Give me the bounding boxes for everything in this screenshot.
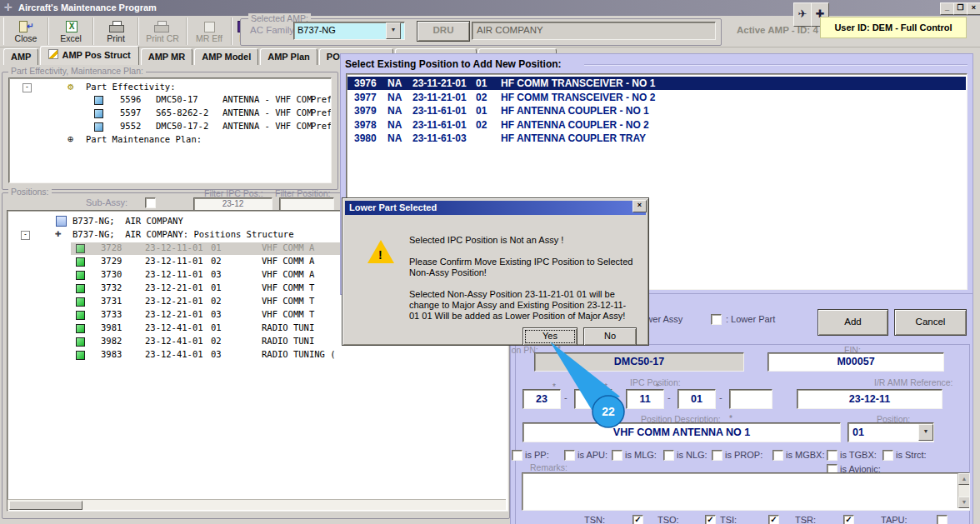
dialog-line-1: Selected IPC Position is Not an Assy !	[409, 235, 636, 246]
is-tgbx-checkbox[interactable]	[827, 450, 838, 461]
is-prop-label: is PROP:	[725, 450, 762, 460]
remarks-scrollbar[interactable]: ▲ ▼	[958, 473, 969, 508]
scroll-down-icon[interactable]: ▼	[958, 497, 970, 508]
check-mark: ✓	[707, 515, 713, 524]
lower-part-checkbox[interactable]	[711, 314, 722, 325]
position-cube-icon	[76, 337, 85, 347]
amm-reference-field[interactable]: 23-12-11	[797, 389, 942, 409]
tso-checkbox[interactable]: ✓	[705, 515, 716, 524]
remarks-textarea[interactable]: ▲ ▼	[522, 472, 970, 511]
add-button[interactable]: Add	[818, 309, 888, 336]
filter-position-input[interactable]	[279, 197, 334, 211]
is-pp-checkbox[interactable]	[512, 450, 522, 461]
ac-family-dropdown-icon[interactable]: ▼	[386, 22, 401, 39]
company-field[interactable]: AIR COMPANY	[472, 22, 716, 40]
dialog-line-3: Selected Non-Assy Position 23-11-21-01 0…	[409, 289, 636, 322]
fin-field[interactable]: M00057	[768, 352, 944, 372]
header-rule	[584, 64, 968, 65]
position-description-field[interactable]: VHF COMM ANTENNA NO 1	[522, 422, 841, 442]
is-mgbx-checkbox[interactable]	[772, 450, 783, 461]
close-button[interactable]: ↵ Close	[3, 17, 48, 45]
window-title: Aircraft's Maintenance Program	[18, 2, 157, 12]
no-button[interactable]: No	[583, 327, 637, 346]
tab-amp-pos-struct[interactable]: AMP Pos Struct	[40, 46, 138, 65]
filter-ipc-input[interactable]: 23-12	[193, 197, 272, 211]
is-strct-checkbox[interactable]	[882, 450, 893, 461]
dialog-line-2: Please Confirm Move Existing IPC Positio…	[409, 257, 636, 278]
list-item[interactable]: 3980 NA 23-11-61-03 HF ANTENNA COUPLER T…	[348, 132, 966, 145]
part-cube-icon	[94, 109, 103, 118]
tsi-checkbox[interactable]: ✓	[768, 515, 779, 524]
tsn-checkbox[interactable]: ✓	[632, 515, 643, 524]
print-cr-button[interactable]: Print CR	[138, 17, 187, 45]
list-item[interactable]: 3978 NA 23-11-61-01 02 HF ANTENNA COUPLE…	[348, 118, 966, 132]
yes-button[interactable]: Yes	[522, 327, 578, 346]
sub-assy-checkbox[interactable]	[145, 197, 156, 208]
dialog-title-bar[interactable]: Lower Part Selected	[345, 201, 646, 215]
tab-amp-mr[interactable]: AMP MR	[141, 48, 192, 65]
aircraft-icon: ✈	[798, 7, 808, 20]
check-mark: ✓	[770, 515, 777, 524]
minimize-button[interactable]: _	[940, 2, 954, 15]
tsr-label: TSR:	[795, 515, 816, 524]
tab-amp-plan[interactable]: AMP Plan	[260, 48, 318, 65]
tapu-label: TAPU:	[881, 515, 908, 524]
list-item[interactable]: 3979 NA 23-11-61-01 01 HF ANTENNA COUPLE…	[348, 104, 966, 117]
is-strct-label: is Strct:	[896, 450, 927, 460]
close-door-icon: ↵	[4, 19, 48, 32]
excel-button[interactable]: X Excel	[48, 17, 93, 45]
list-item-selected[interactable]: 3976 NA 23-11-21-01 01 HF COMM TRANSCEIV…	[348, 77, 966, 90]
check-mark: ✓	[634, 515, 641, 524]
dialog-close-icon[interactable]: ×	[632, 200, 647, 212]
collapse-icon[interactable]: -	[22, 83, 32, 92]
position-cube-icon	[76, 351, 85, 360]
pencil-icon	[48, 49, 58, 59]
remarks-label: Remarks:	[530, 462, 568, 472]
tab-amp-model[interactable]: AMP Model	[194, 48, 258, 65]
is-tgbx-label: is TGBX:	[840, 450, 877, 460]
printer-cr-icon	[139, 19, 186, 32]
dru-button[interactable]: DRU	[417, 21, 470, 42]
is-apu-checkbox[interactable]	[564, 450, 575, 461]
part-effectivity-tree[interactable]: - ⚙ Part Effectivity: 5596 DMC50-17 ANTE…	[8, 77, 332, 183]
mr-eff-button[interactable]: MR Eff	[187, 17, 232, 45]
ipc-part5-field[interactable]	[729, 389, 772, 409]
is-prop-checkbox[interactable]	[712, 450, 722, 461]
ipc-part4-field[interactable]: 01	[678, 389, 716, 409]
tapu-checkbox[interactable]	[937, 515, 948, 524]
is-mlg-checkbox[interactable]	[612, 450, 622, 461]
tsn-label: TSN:	[584, 515, 605, 524]
position-dropdown-icon[interactable]: ▼	[918, 424, 933, 441]
list-item[interactable]: 3977 NA 23-11-21-01 02 HF COMM TRANSCEIV…	[348, 91, 966, 104]
position-row[interactable]: 3983 23-12-41-01 03 RADIO TUNING (	[8, 349, 502, 361]
dialog-title: Lower Part Selected	[349, 202, 437, 212]
restore-button[interactable]: ❐	[953, 2, 968, 15]
tree-item-part-effectivity[interactable]: - ⚙ Part Effectivity:	[9, 82, 326, 93]
tsr-checkbox[interactable]: ✓	[843, 515, 854, 524]
cross-plane-icon: ✚	[55, 228, 62, 238]
cancel-button[interactable]: Cancel	[894, 309, 967, 336]
ipc-part1-field[interactable]: 23	[522, 389, 561, 409]
ipc-part3-field[interactable]: 11	[626, 389, 664, 409]
is-nlg-checkbox[interactable]	[663, 450, 674, 461]
collapse-icon[interactable]: -	[21, 231, 30, 240]
ipc-part2-field[interactable]	[574, 389, 612, 409]
amm-reference-label: I/R AMM Reference:	[874, 377, 953, 387]
scroll-up-icon[interactable]: ▲	[958, 473, 970, 485]
user-id-badge: User ID: DEM - Full Control	[820, 17, 967, 38]
tree-item-part[interactable]: 5596 DMC50-17 ANTENNA - VHF COM Prefer	[9, 94, 326, 106]
tso-label: TSO:	[658, 515, 679, 524]
tree-item-part-maintenance-plan[interactable]: ⊕ Part Maintenance Plan:	[9, 134, 326, 146]
position-pn-field[interactable]: DMC50-17	[534, 352, 744, 372]
tree-item-part[interactable]: 9552 DMC50-17-2 ANTENNA - VHF COM Prefer	[9, 121, 326, 132]
horizontal-scrollbar[interactable]	[8, 499, 506, 510]
print-button[interactable]: Print	[93, 17, 138, 45]
tree-item-part[interactable]: 5597 S65-8262-2 ANTENNA - VHF COM Prefer	[9, 107, 326, 119]
aircraft-icon-button[interactable]: ✈	[793, 2, 812, 27]
tab-amp[interactable]: AMP	[3, 48, 38, 65]
position-cube-icon	[76, 311, 85, 320]
close-window-button[interactable]: ×	[967, 2, 980, 15]
scrollbar-thumb[interactable]	[9, 501, 82, 510]
lower-part-label: : Lower Part	[726, 314, 775, 324]
check-mark: ✓	[845, 515, 852, 524]
